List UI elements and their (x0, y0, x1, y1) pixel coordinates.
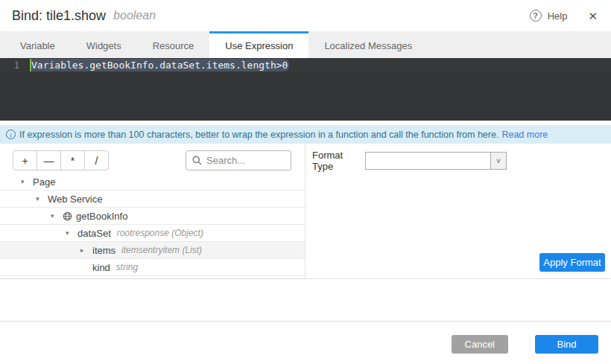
tree-row-web-service[interactable]: ▾ Web Service (0, 191, 305, 208)
expression-info-bar: i If expression is more than 100 charact… (0, 125, 611, 144)
dialog-footer: Cancel Bind (0, 321, 611, 364)
close-icon[interactable]: ✕ (588, 10, 598, 22)
chevron-down-icon[interactable]: ˅ (490, 153, 506, 169)
variables-tree: ▾ Page ▾ Web Service ▾ getBookInfo ▾ dat… (0, 173, 305, 276)
tree-node-type: string (116, 262, 138, 272)
operator-button-group: + — * / (13, 150, 109, 170)
tree-row-kind[interactable]: kind string (0, 259, 305, 276)
search-icon (192, 156, 202, 165)
help-icon[interactable]: ? (530, 10, 542, 22)
bind-type-label: boolean (113, 9, 156, 22)
plus-operator-button[interactable]: + (13, 150, 37, 170)
tree-node-type: itemsentryitem (List) (121, 245, 202, 255)
search-input[interactable] (206, 155, 285, 166)
info-text: If expression is more than 100 character… (19, 130, 498, 140)
tab-bar: Variable Widgets Resource Use Expression… (0, 31, 611, 58)
tab-resource[interactable]: Resource (137, 31, 210, 58)
expression-code-line[interactable]: Variables.getBookInfo.dataSet.items.leng… (30, 60, 289, 71)
tree-node-label: Page (33, 176, 55, 188)
expression-editor[interactable]: 1 Variables.getBookInfo.dataSet.items.le… (0, 58, 611, 121)
tree-node-label: dataSet (77, 228, 111, 239)
tree-row-dataset[interactable]: ▾ dataSet rootresponse (Object) (0, 225, 305, 242)
info-icon: i (6, 130, 16, 139)
cancel-button[interactable]: Cancel (452, 335, 508, 354)
expression-toolbar: + — * / (13, 150, 291, 170)
tree-node-type: rootresponse (Object) (117, 228, 203, 238)
read-more-link[interactable]: Read more (501, 130, 548, 140)
selected-expression-text[interactable]: Variables.getBookInfo.dataSet.items.leng… (30, 59, 289, 71)
help-link[interactable]: Help (548, 10, 568, 22)
dialog-header: Bind: tile1.show boolean ? Help ✕ (0, 0, 611, 31)
minus-operator-button[interactable]: — (37, 150, 61, 170)
tab-use-expression[interactable]: Use Expression (209, 31, 308, 58)
tree-row-getbookinfo[interactable]: ▾ getBookInfo (0, 208, 305, 225)
expand-right-icon[interactable]: ▸ (80, 246, 92, 254)
format-type-select[interactable]: ˅ (365, 152, 507, 170)
tree-node-label: items (92, 245, 115, 256)
web-service-icon (63, 211, 72, 221)
divide-operator-button[interactable]: / (84, 150, 109, 170)
expand-down-icon[interactable]: ▾ (36, 195, 48, 202)
tree-node-label: Web Service (48, 194, 102, 205)
format-type-selected-value (366, 153, 490, 169)
variables-pane: + — * / ▾ Page ▾ (0, 144, 306, 278)
tab-localized-messages[interactable]: Localized Messages (308, 31, 428, 58)
dialog-title: Bind: tile1.show (12, 8, 106, 24)
apply-format-button[interactable]: Apply Format (539, 253, 605, 272)
format-type-label: Format Type (312, 150, 365, 172)
tab-variable[interactable]: Variable (4, 31, 71, 58)
tree-node-label: kind (92, 262, 110, 273)
tree-row-items[interactable]: ▸ items itemsentryitem (List) (0, 242, 305, 259)
line-number: 1 (14, 60, 19, 71)
line-number-gutter: 1 (0, 58, 28, 121)
format-pane: Format Type ˅ Apply Format (306, 144, 611, 278)
tree-row-page[interactable]: ▾ Page (0, 173, 305, 191)
expand-down-icon[interactable]: ▾ (21, 178, 33, 185)
expand-down-icon[interactable]: ▾ (66, 229, 77, 237)
search-box[interactable] (186, 150, 291, 170)
main-section: + — * / ▾ Page ▾ (0, 144, 611, 279)
bind-dialog: Bind: tile1.show boolean ? Help ✕ Variab… (0, 0, 611, 364)
bind-button[interactable]: Bind (535, 335, 598, 354)
tree-node-label: getBookInfo (76, 211, 127, 222)
multiply-operator-button[interactable]: * (60, 150, 85, 170)
expand-down-icon[interactable]: ▾ (51, 212, 63, 220)
tab-widgets[interactable]: Widgets (71, 31, 137, 58)
